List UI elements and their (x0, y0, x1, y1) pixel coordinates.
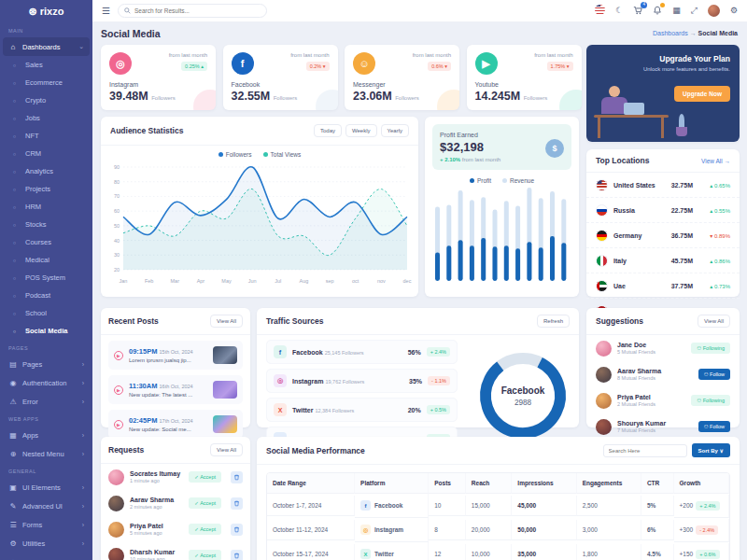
accept-button[interactable]: ✓ Accept (189, 524, 221, 535)
column-header[interactable]: Growth (674, 473, 729, 494)
sidebar-item[interactable]: ✎ Advanced UI › (0, 497, 92, 515)
location-row[interactable]: Italy 45.75M ▴ 0.86% (586, 248, 740, 273)
location-row[interactable]: Russia 22.75M ▴ 0.55% (586, 198, 740, 223)
table-row[interactable]: October 15-17, 2024 X Twitter 12 10,000 … (267, 542, 729, 560)
posts-view-all-button[interactable]: View All (210, 315, 243, 328)
follow-button[interactable]: ⚇ Follow (698, 369, 730, 380)
sidebar-item[interactable]: GENERAL (0, 465, 92, 478)
delete-request-icon[interactable] (231, 497, 243, 510)
column-header[interactable]: Date Range (267, 473, 355, 494)
sidebar-item[interactable]: ⚙ Utilities › (0, 534, 92, 553)
column-header[interactable]: Posts (429, 473, 466, 494)
sidebar-item[interactable]: ⌂ Dashboards ⌄ (3, 37, 90, 56)
sidebar-item[interactable]: ○ Sales (0, 56, 92, 74)
sidebar-item-icon: ⚠ (8, 398, 18, 406)
sidebar-item[interactable]: ○ Medical (0, 251, 92, 269)
sidebar-item[interactable]: PAGES (0, 342, 92, 355)
traffic-row[interactable]: ◎ Instagram 19,762 Followers 35% - 1.1% (266, 369, 458, 393)
sidebar-item[interactable]: MAIN (0, 24, 92, 37)
sidebar-item[interactable]: ⊕ Nested Menu › (0, 444, 92, 463)
sidebar-item[interactable]: ▣ UI Elements › (0, 478, 92, 497)
location-row[interactable]: United States 32.75M ▴ 0.65% (586, 173, 740, 198)
follow-button[interactable]: ⚇ Follow (698, 421, 730, 432)
sidebar-item[interactable]: ○ NFT (0, 127, 92, 145)
sidebar-item[interactable]: ○ CRM (0, 145, 92, 162)
sidebar-item[interactable]: ○ Analytics (0, 162, 92, 180)
cell-ctr: 6% (641, 520, 674, 540)
sidebar-item[interactable]: ◉ Authentication › (0, 373, 92, 392)
chevron-icon: › (82, 503, 84, 510)
search-input[interactable] (134, 7, 261, 14)
sidebar-item[interactable]: ◈ Widgets › (0, 553, 92, 560)
delete-request-icon[interactable] (231, 471, 243, 483)
accept-button[interactable]: ✓ Accept (189, 471, 221, 483)
upgrade-now-button[interactable]: Upgrade Now (674, 86, 730, 102)
sidebar-item[interactable]: ○ Crypto (0, 91, 92, 109)
delete-request-icon[interactable] (231, 524, 243, 536)
svg-text:dec: dec (403, 278, 412, 284)
dark-mode-icon[interactable]: ☾ (615, 7, 623, 15)
range-tab-button[interactable]: Today (314, 124, 342, 137)
location-row[interactable]: Germany 36.75M ▾ 0.89% (586, 223, 740, 248)
column-header[interactable]: Reach (466, 473, 513, 494)
follow-button[interactable]: ⚇ Following (691, 395, 730, 406)
post-row[interactable]: ▶ 09:15PM 15th Oct, 2024 Lorem iprusm ju… (108, 341, 243, 370)
apps-grid-icon[interactable]: ▦ (672, 7, 681, 15)
sidebar-item[interactable]: ○ Stocks (0, 216, 92, 233)
column-header[interactable]: Platform (355, 473, 429, 494)
sidebar-item[interactable]: ○ Social Media (0, 322, 92, 340)
post-row[interactable]: ▶ 11:30AM 16th Oct, 2024 New update: The… (108, 375, 243, 404)
follow-button[interactable]: ⚇ Following (691, 343, 730, 354)
column-header[interactable]: Engagements (577, 473, 641, 494)
sidebar-item[interactable]: ▤ Pages › (0, 355, 92, 373)
sidebar-item[interactable]: WEB APPS (0, 413, 92, 426)
sidebar-item[interactable]: ○ Ecommerce (0, 74, 92, 91)
stat-card[interactable]: ◎ from last month 0.25% ▴ Instagram 39.4… (101, 45, 216, 110)
range-tab-button[interactable]: Yearly (381, 124, 409, 137)
sidebar-item[interactable]: ⚠ Error › (0, 392, 92, 411)
table-row[interactable]: October 1-7, 2024 f Facebook 10 15,000 4… (267, 494, 729, 518)
sidebar-item[interactable]: ○ Podcast (0, 287, 92, 304)
stat-card[interactable]: ▶ from last month 1.75% ▾ Youtube 14.245… (467, 45, 582, 110)
global-search[interactable] (118, 4, 267, 18)
sidebar-item[interactable]: ☰ Forms › (0, 515, 92, 534)
stat-card[interactable]: f from last month 0.2% ▾ Facebook 32.55M… (223, 45, 338, 110)
sidebar-item[interactable]: ○ Jobs (0, 109, 92, 127)
post-row[interactable]: ▶ 02:45PM 17th Oct, 2024 New update: Soc… (108, 410, 243, 439)
traffic-row[interactable]: f Facebook 25,145 Followers 56% + 2.4% (266, 340, 458, 364)
traffic-row[interactable]: X Twitter 12,384 Followers 20% + 0.5% (266, 398, 458, 422)
sidebar-item[interactable]: ○ Projects (0, 180, 92, 198)
country-name: Uae (613, 283, 666, 289)
table-row[interactable]: October 11-12, 2024 ◎ Instagram 8 20,000… (267, 518, 729, 542)
suggestions-view-all-button[interactable]: View All (698, 315, 730, 328)
locations-view-all-link[interactable]: View All → (701, 158, 730, 164)
settings-gear-icon[interactable]: ⚙ (730, 7, 738, 15)
sidebar-item[interactable]: ○ POS System (0, 269, 92, 287)
sidebar-item[interactable]: ○ Courses (0, 233, 92, 251)
language-flag-icon[interactable] (595, 5, 605, 17)
notifications-bell-icon[interactable] (653, 6, 662, 17)
hamburger-menu-icon[interactable]: ☰ (102, 6, 110, 16)
sidebar-item[interactable]: ○ School (0, 304, 92, 322)
accept-button[interactable]: ✓ Accept (189, 550, 221, 560)
breadcrumb-dashboards[interactable]: Dashboards (653, 30, 688, 36)
sidebar-nav: MAIN ⌂ Dashboards ⌄ ○ Sales ○ Ecommerce (0, 24, 92, 560)
cell-platform: f Facebook (355, 494, 429, 518)
column-header[interactable]: Impressions (512, 473, 576, 494)
column-header[interactable]: CTR (641, 473, 674, 494)
user-avatar[interactable] (708, 5, 720, 17)
delete-request-icon[interactable] (231, 550, 243, 560)
cart-icon[interactable]: 4 (633, 6, 642, 17)
app-logo[interactable]: ⊛ rixzo (0, 0, 92, 22)
stat-card[interactable]: ☺ from last month 0.6% ▾ Messenger 23.06… (345, 45, 459, 110)
location-row[interactable]: Uae 37.75M ▴ 0.73% (586, 273, 740, 299)
fullscreen-icon[interactable]: ⤢ (691, 7, 698, 15)
table-search-input[interactable] (603, 444, 687, 457)
sort-by-button[interactable]: Sort By ∨ (692, 443, 730, 457)
range-tab-button[interactable]: Weekly (345, 124, 377, 137)
sidebar-item[interactable]: ▦ Apps › (0, 426, 92, 444)
sidebar-item[interactable]: ○ HRM (0, 198, 92, 216)
refresh-button[interactable]: Refresh (537, 315, 570, 328)
requests-view-all-button[interactable]: View All (210, 443, 243, 456)
accept-button[interactable]: ✓ Accept (189, 497, 221, 509)
